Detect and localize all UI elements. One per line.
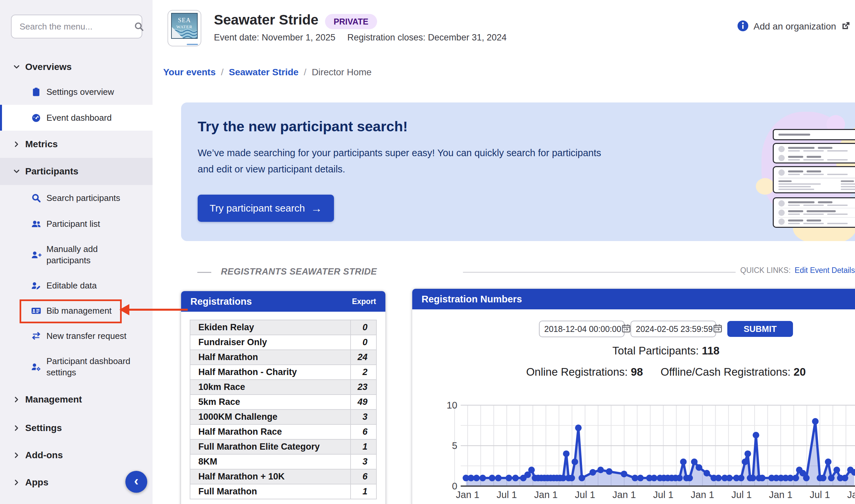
try-participant-search-button[interactable]: Try participant search → (198, 195, 334, 222)
svg-text:Jul 1: Jul 1 (575, 489, 595, 500)
clipboard-icon (31, 86, 42, 97)
sidebar-item-new-transfer-request[interactable]: New transfer request (0, 323, 153, 349)
event-logo: SEA WATER STRIDE (167, 10, 201, 47)
race-name: Half Marathon + 10K (190, 469, 351, 484)
registrations-panel-header: Registrations Export (181, 291, 386, 312)
race-name: Full Marathon (190, 484, 351, 499)
race-name: Half Marathon Race (190, 425, 351, 439)
registration-numbers-header: Registration Numbers (412, 289, 855, 309)
section-divider-line (463, 272, 736, 273)
race-count: 24 (351, 350, 376, 365)
date-range-controls: 2018-12-04 00:00:00 2024-02-05 23:59:59 … (412, 321, 855, 337)
table-row: Full Marathon Elite Category1 (190, 439, 376, 454)
annotation-arrow-head-icon (119, 304, 129, 315)
chevron-right-icon (13, 396, 21, 403)
sidebar-item-manually-add-participants[interactable]: Manually add participants (0, 237, 153, 273)
svg-text:Jul 1: Jul 1 (731, 489, 751, 500)
chevron-right-icon (13, 479, 21, 486)
date-to-value: 2024-02-05 23:59:59 (636, 324, 713, 334)
sidebar-section-label: Metrics (25, 139, 58, 149)
sidebar-item-label: Search participants (47, 192, 131, 203)
sidebar-collapse-button[interactable]: ‹ (125, 471, 147, 493)
sidebar-item-participant-dashboard-settings[interactable]: Participant dashboard settings (0, 349, 153, 385)
race-count: 49 (351, 395, 376, 410)
sidebar-section-add-ons[interactable]: Add-ons (0, 442, 153, 469)
race-name: Half Marathon (190, 350, 351, 365)
sidebar-item-label: Settings overview (47, 86, 131, 97)
sidebar-item-participant-list[interactable]: Participant list (0, 211, 153, 237)
page-title: Seawater Stride (214, 12, 318, 28)
add-organization-link[interactable]: Add an organization (737, 20, 851, 33)
user-pen-icon (31, 280, 42, 291)
info-icon (737, 20, 749, 33)
external-link-icon (841, 21, 851, 32)
sidebar-section-management[interactable]: Management (0, 385, 153, 414)
sidebar-item-settings-overview[interactable]: Settings overview (0, 79, 153, 105)
gauge-icon (31, 112, 42, 123)
search-input[interactable] (12, 21, 134, 32)
breadcrumb-event[interactable]: Seawater Stride (229, 67, 299, 77)
illustration-detail-card (773, 166, 855, 193)
users-icon (31, 218, 42, 230)
total-participants-value: 118 (702, 344, 719, 357)
submit-button[interactable]: SUBMIT (727, 321, 793, 337)
sidebar-item-search-participants[interactable]: Search participants (0, 185, 153, 211)
date-to-input[interactable]: 2024-02-05 23:59:59 (630, 321, 716, 337)
sidebar-section-metrics[interactable]: Metrics (0, 131, 153, 158)
svg-text:Jan 1: Jan 1 (691, 489, 714, 500)
chevron-right-icon (13, 451, 21, 459)
race-count: 6 (351, 425, 376, 439)
race-name: Ekiden Relay (190, 320, 351, 335)
sidebar-section-settings[interactable]: Settings (0, 414, 153, 442)
export-button[interactable]: Export (352, 297, 376, 306)
sidebar-item-label: Event dashboard (47, 112, 131, 123)
section-divider-dash (197, 272, 211, 273)
transfer-icon (31, 330, 42, 342)
section-title: REGISTRANTS SEAWATER STRIDE (221, 267, 377, 277)
chart-svg: 1050Jan 1Jul 1Jan 1Jul 1Jan 1Jul 1Jan 1J… (442, 393, 855, 503)
button-label: Try participant search (210, 203, 305, 214)
registration-split: Online Registrations: 98 Offline/Cash Re… (412, 366, 855, 378)
main-content: SEA WATER STRIDE Seawater Stride PRIVATE… (153, 0, 855, 504)
total-participants-label: Total Participants: (612, 344, 702, 357)
offline-value: 20 (794, 366, 806, 378)
sidebar-item-event-dashboard[interactable]: Event dashboard (0, 105, 153, 131)
table-row: 10km Race23 (190, 380, 376, 395)
breadcrumb-your-events[interactable]: Your events (163, 67, 216, 77)
sidebar-item-editable-data[interactable]: Editable data (0, 273, 153, 299)
svg-text:Jul 1: Jul 1 (653, 489, 673, 500)
quick-links-label: QUICK LINKS: (740, 266, 791, 275)
event-logo-poster: SEA WATER STRIDE (171, 13, 198, 39)
registrations-panel: Registrations Export Ekiden Relay0Fundra… (181, 291, 386, 504)
event-date-text: Event date: November 1, 2025 (214, 33, 335, 43)
sidebar-nav: OverviewsSettings overviewEvent dashboar… (0, 55, 153, 496)
sidebar-item-label: Participant dashboard settings (47, 356, 131, 378)
race-name: Full Marathon Elite Category (190, 439, 351, 454)
registrations-table: Ekiden Relay0Fundraiser Only0Half Marath… (190, 320, 377, 499)
sidebar-item-label: Editable data (47, 280, 131, 291)
sidebar-section-participants[interactable]: Participants (0, 158, 153, 185)
svg-text:Jul 1: Jul 1 (497, 489, 517, 500)
illustration-list-card (773, 197, 855, 228)
date-from-input[interactable]: 2018-12-04 00:00:00 (539, 321, 624, 337)
sidebar-section-label: Add-ons (25, 450, 63, 461)
sidebar-search (11, 15, 142, 38)
sidebar-item-label: New transfer request (47, 330, 131, 342)
breadcrumb-current: Director Home (312, 67, 371, 77)
table-row: Half Marathon Race6 (190, 425, 376, 439)
sidebar-section-label: Apps (25, 477, 49, 488)
banner-title: Try the new participant search! (198, 119, 408, 134)
search-icon (134, 21, 144, 32)
table-row: Ekiden Relay0 (190, 320, 376, 335)
calendar-icon (621, 323, 631, 335)
table-row: 5km Race49 (190, 395, 376, 410)
sidebar-section-label: Overviews (25, 62, 72, 72)
svg-text:Jan 1: Jan 1 (848, 489, 855, 500)
edit-event-details-link[interactable]: Edit Event Details (795, 266, 855, 275)
breadcrumb: Your events / Seawater Stride / Director… (163, 67, 371, 77)
sidebar-section-overviews[interactable]: Overviews (0, 55, 153, 79)
total-participants: Total Participants: 118 (412, 344, 855, 357)
annotation-arrow (129, 309, 188, 311)
arrow-right-icon: → (311, 202, 322, 215)
logo-text-sea: SEA (178, 16, 191, 24)
